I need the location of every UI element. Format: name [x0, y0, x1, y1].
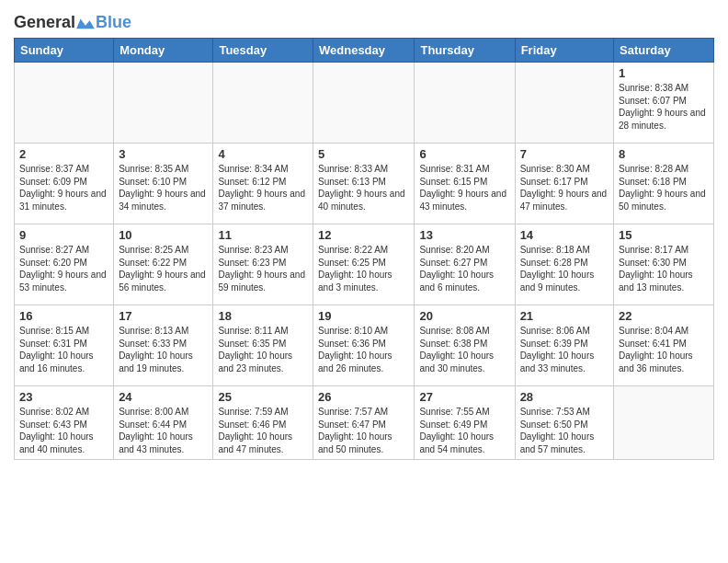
day-number: 12 [318, 228, 409, 242]
calendar-day-cell: 25Sunrise: 7:59 AM Sunset: 6:46 PM Dayli… [213, 386, 313, 460]
calendar-header-row: SundayMondayTuesdayWednesdayThursdayFrid… [15, 39, 714, 63]
calendar-day-cell: 10Sunrise: 8:25 AM Sunset: 6:22 PM Dayli… [114, 224, 213, 305]
calendar-week-row: 23Sunrise: 8:02 AM Sunset: 6:43 PM Dayli… [15, 386, 714, 460]
day-number: 19 [318, 309, 409, 323]
calendar-day-cell: 1Sunrise: 8:38 AM Sunset: 6:07 PM Daylig… [614, 63, 714, 144]
logo: GeneralBlue [14, 13, 131, 32]
day-info: Sunrise: 8:30 AM Sunset: 6:17 PM Dayligh… [520, 163, 609, 213]
day-info: Sunrise: 7:53 AM Sunset: 6:50 PM Dayligh… [520, 406, 609, 455]
day-number: 17 [119, 309, 208, 323]
day-info: Sunrise: 8:23 AM Sunset: 6:23 PM Dayligh… [218, 244, 308, 293]
calendar-week-row: 16Sunrise: 8:15 AM Sunset: 6:31 PM Dayli… [15, 305, 714, 386]
calendar-day-cell: 14Sunrise: 8:18 AM Sunset: 6:28 PM Dayli… [515, 224, 613, 305]
calendar-day-cell: 8Sunrise: 8:28 AM Sunset: 6:18 PM Daylig… [614, 144, 714, 224]
calendar-day-cell [415, 63, 515, 144]
calendar-day-cell: 11Sunrise: 8:23 AM Sunset: 6:23 PM Dayli… [213, 224, 313, 305]
day-info: Sunrise: 8:31 AM Sunset: 6:15 PM Dayligh… [419, 163, 509, 213]
day-number: 8 [619, 147, 709, 161]
day-info: Sunrise: 8:28 AM Sunset: 6:18 PM Dayligh… [619, 163, 709, 213]
calendar-week-row: 1Sunrise: 8:38 AM Sunset: 6:07 PM Daylig… [15, 63, 714, 144]
day-info: Sunrise: 8:25 AM Sunset: 6:22 PM Dayligh… [119, 244, 208, 293]
calendar-day-cell [114, 63, 213, 144]
calendar-day-cell: 17Sunrise: 8:13 AM Sunset: 6:33 PM Dayli… [114, 305, 213, 386]
calendar-day-header: Friday [515, 39, 613, 63]
day-info: Sunrise: 8:38 AM Sunset: 6:07 PM Dayligh… [619, 82, 709, 132]
calendar-day-cell [614, 386, 714, 460]
calendar-week-row: 2Sunrise: 8:37 AM Sunset: 6:09 PM Daylig… [15, 144, 714, 224]
calendar-day-cell: 4Sunrise: 8:34 AM Sunset: 6:12 PM Daylig… [213, 144, 313, 224]
calendar-day-cell [515, 63, 613, 144]
day-number: 26 [318, 390, 409, 404]
day-number: 22 [619, 309, 709, 323]
calendar-day-cell: 28Sunrise: 7:53 AM Sunset: 6:50 PM Dayli… [515, 386, 613, 460]
day-number: 27 [419, 390, 509, 404]
day-number: 14 [520, 228, 609, 242]
day-number: 16 [19, 309, 108, 323]
day-info: Sunrise: 8:08 AM Sunset: 6:38 PM Dayligh… [419, 325, 509, 374]
day-info: Sunrise: 8:33 AM Sunset: 6:13 PM Dayligh… [318, 163, 409, 213]
calendar: SundayMondayTuesdayWednesdayThursdayFrid… [14, 38, 714, 460]
day-info: Sunrise: 8:18 AM Sunset: 6:28 PM Dayligh… [520, 244, 609, 293]
calendar-day-cell: 2Sunrise: 8:37 AM Sunset: 6:09 PM Daylig… [15, 144, 114, 224]
day-info: Sunrise: 8:04 AM Sunset: 6:41 PM Dayligh… [619, 325, 709, 374]
day-info: Sunrise: 7:59 AM Sunset: 6:46 PM Dayligh… [218, 406, 308, 455]
calendar-day-header: Saturday [614, 39, 714, 63]
calendar-day-cell: 24Sunrise: 8:00 AM Sunset: 6:44 PM Dayli… [114, 386, 213, 460]
calendar-day-cell: 9Sunrise: 8:27 AM Sunset: 6:20 PM Daylig… [15, 224, 114, 305]
day-number: 7 [520, 147, 609, 161]
calendar-day-cell: 18Sunrise: 8:11 AM Sunset: 6:35 PM Dayli… [213, 305, 313, 386]
calendar-day-header: Thursday [415, 39, 515, 63]
day-info: Sunrise: 7:55 AM Sunset: 6:49 PM Dayligh… [419, 406, 509, 455]
day-info: Sunrise: 8:15 AM Sunset: 6:31 PM Dayligh… [19, 325, 108, 374]
day-number: 5 [318, 147, 409, 161]
day-number: 13 [419, 228, 509, 242]
day-number: 24 [119, 390, 208, 404]
day-info: Sunrise: 8:34 AM Sunset: 6:12 PM Dayligh… [218, 163, 308, 213]
day-info: Sunrise: 8:35 AM Sunset: 6:10 PM Dayligh… [119, 163, 208, 213]
day-info: Sunrise: 8:10 AM Sunset: 6:36 PM Dayligh… [318, 325, 409, 374]
calendar-day-cell: 20Sunrise: 8:08 AM Sunset: 6:38 PM Dayli… [415, 305, 515, 386]
day-info: Sunrise: 8:11 AM Sunset: 6:35 PM Dayligh… [218, 325, 308, 374]
header: GeneralBlue [14, 9, 714, 32]
day-info: Sunrise: 8:02 AM Sunset: 6:43 PM Dayligh… [19, 406, 108, 455]
calendar-day-cell: 21Sunrise: 8:06 AM Sunset: 6:39 PM Dayli… [515, 305, 613, 386]
calendar-day-cell: 26Sunrise: 7:57 AM Sunset: 6:47 PM Dayli… [313, 386, 415, 460]
day-info: Sunrise: 8:20 AM Sunset: 6:27 PM Dayligh… [419, 244, 509, 293]
day-info: Sunrise: 7:57 AM Sunset: 6:47 PM Dayligh… [318, 406, 409, 455]
calendar-day-cell: 15Sunrise: 8:17 AM Sunset: 6:30 PM Dayli… [614, 224, 714, 305]
calendar-day-cell: 5Sunrise: 8:33 AM Sunset: 6:13 PM Daylig… [313, 144, 415, 224]
logo-blue: Blue [96, 13, 131, 31]
calendar-day-cell: 22Sunrise: 8:04 AM Sunset: 6:41 PM Dayli… [614, 305, 714, 386]
logo-icon [75, 15, 96, 31]
calendar-day-cell: 16Sunrise: 8:15 AM Sunset: 6:31 PM Dayli… [15, 305, 114, 386]
day-number: 28 [520, 390, 609, 404]
day-number: 9 [19, 228, 108, 242]
day-number: 15 [619, 228, 709, 242]
calendar-day-header: Wednesday [313, 39, 415, 63]
day-number: 4 [218, 147, 308, 161]
day-number: 20 [419, 309, 509, 323]
main-container: GeneralBlue SundayMondayTuesdayWednesday… [0, 0, 728, 469]
calendar-day-cell: 12Sunrise: 8:22 AM Sunset: 6:25 PM Dayli… [313, 224, 415, 305]
calendar-day-cell [213, 63, 313, 144]
calendar-day-cell: 23Sunrise: 8:02 AM Sunset: 6:43 PM Dayli… [15, 386, 114, 460]
calendar-day-cell: 19Sunrise: 8:10 AM Sunset: 6:36 PM Dayli… [313, 305, 415, 386]
day-info: Sunrise: 8:37 AM Sunset: 6:09 PM Dayligh… [19, 163, 108, 213]
day-info: Sunrise: 8:06 AM Sunset: 6:39 PM Dayligh… [520, 325, 609, 374]
day-number: 21 [520, 309, 609, 323]
day-info: Sunrise: 8:00 AM Sunset: 6:44 PM Dayligh… [119, 406, 208, 455]
calendar-day-cell: 6Sunrise: 8:31 AM Sunset: 6:15 PM Daylig… [415, 144, 515, 224]
day-number: 6 [419, 147, 509, 161]
day-info: Sunrise: 8:13 AM Sunset: 6:33 PM Dayligh… [119, 325, 208, 374]
day-number: 1 [619, 66, 709, 80]
logo-general: General [14, 13, 75, 32]
day-number: 2 [19, 147, 108, 161]
day-info: Sunrise: 8:22 AM Sunset: 6:25 PM Dayligh… [318, 244, 409, 293]
day-number: 18 [218, 309, 308, 323]
day-number: 23 [19, 390, 108, 404]
day-number: 25 [218, 390, 308, 404]
calendar-day-cell: 27Sunrise: 7:55 AM Sunset: 6:49 PM Dayli… [415, 386, 515, 460]
calendar-day-cell: 3Sunrise: 8:35 AM Sunset: 6:10 PM Daylig… [114, 144, 213, 224]
calendar-day-cell [313, 63, 415, 144]
day-number: 11 [218, 228, 308, 242]
